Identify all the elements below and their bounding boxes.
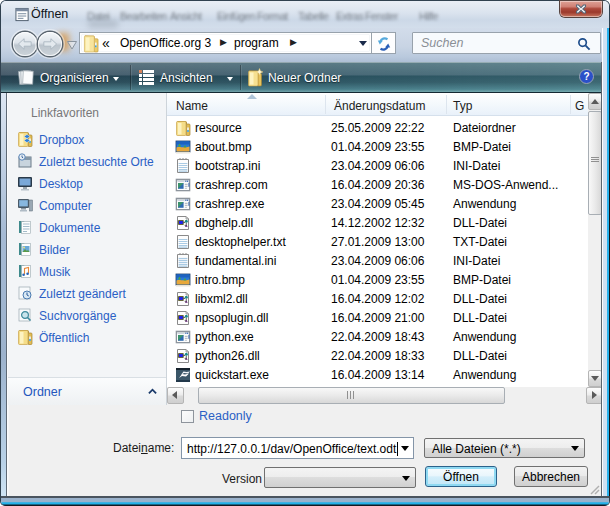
- svg-text:?: ?: [583, 71, 589, 82]
